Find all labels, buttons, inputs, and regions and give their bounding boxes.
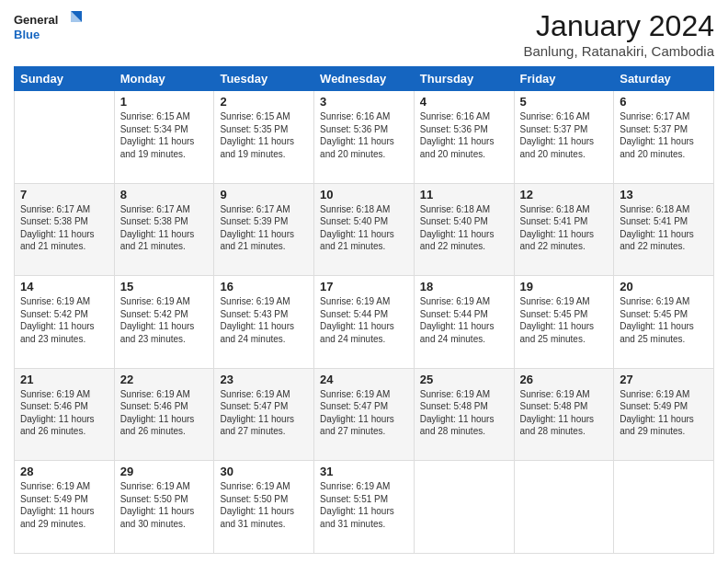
day-number: 25 (420, 373, 508, 386)
calendar-week-row: 1Sunrise: 6:15 AM Sunset: 5:34 PM Daylig… (15, 91, 714, 184)
table-row: 25Sunrise: 6:19 AM Sunset: 5:48 PM Dayli… (414, 368, 514, 461)
day-number: 23 (220, 373, 308, 386)
calendar-table: Sunday Monday Tuesday Wednesday Thursday… (14, 66, 714, 554)
header-monday: Monday (114, 67, 214, 91)
day-number: 3 (320, 95, 408, 109)
day-number: 30 (220, 465, 308, 478)
table-row: 17Sunrise: 6:19 AM Sunset: 5:44 PM Dayli… (314, 276, 415, 369)
calendar-week-row: 28Sunrise: 6:19 AM Sunset: 5:49 PM Dayli… (15, 461, 714, 554)
day-number: 10 (320, 188, 408, 201)
header-saturday: Saturday (614, 67, 714, 91)
day-info: Sunrise: 6:19 AM Sunset: 5:50 PM Dayligh… (120, 480, 209, 530)
table-row: 7Sunrise: 6:17 AM Sunset: 5:38 PM Daylig… (15, 183, 115, 276)
header-thursday: Thursday (414, 67, 514, 91)
table-row: 10Sunrise: 6:18 AM Sunset: 5:40 PM Dayli… (314, 183, 415, 276)
table-row: 11Sunrise: 6:18 AM Sunset: 5:40 PM Dayli… (414, 183, 514, 276)
day-number: 16 (220, 280, 308, 293)
table-row: 21Sunrise: 6:19 AM Sunset: 5:46 PM Dayli… (15, 368, 115, 461)
day-number: 5 (520, 95, 609, 109)
day-info: Sunrise: 6:17 AM Sunset: 5:38 PM Dayligh… (120, 203, 209, 253)
header-tuesday: Tuesday (214, 67, 314, 91)
day-info: Sunrise: 6:17 AM Sunset: 5:38 PM Dayligh… (20, 203, 108, 253)
table-row: 8Sunrise: 6:17 AM Sunset: 5:38 PM Daylig… (114, 183, 214, 276)
day-info: Sunrise: 6:19 AM Sunset: 5:48 PM Dayligh… (420, 388, 508, 438)
day-number: 21 (20, 373, 108, 386)
table-row: 20Sunrise: 6:19 AM Sunset: 5:45 PM Dayli… (614, 276, 714, 369)
table-row: 30Sunrise: 6:19 AM Sunset: 5:50 PM Dayli… (214, 461, 314, 554)
day-info: Sunrise: 6:19 AM Sunset: 5:47 PM Dayligh… (320, 388, 408, 438)
header-friday: Friday (514, 67, 614, 91)
table-row: 29Sunrise: 6:19 AM Sunset: 5:50 PM Dayli… (114, 461, 214, 554)
day-info: Sunrise: 6:19 AM Sunset: 5:50 PM Dayligh… (220, 480, 308, 530)
day-number: 12 (520, 188, 609, 201)
header: General Blue January 2024 Banlung, Ratan… (14, 9, 714, 59)
table-row (414, 461, 514, 554)
day-info: Sunrise: 6:19 AM Sunset: 5:45 PM Dayligh… (520, 295, 609, 345)
day-info: Sunrise: 6:16 AM Sunset: 5:36 PM Dayligh… (420, 110, 508, 160)
day-number: 17 (320, 280, 408, 293)
page: General Blue January 2024 Banlung, Ratan… (0, 0, 728, 563)
day-number: 20 (620, 280, 708, 293)
table-row (514, 461, 614, 554)
day-number: 4 (420, 95, 508, 109)
calendar-body: 1Sunrise: 6:15 AM Sunset: 5:34 PM Daylig… (15, 91, 714, 554)
day-info: Sunrise: 6:19 AM Sunset: 5:42 PM Dayligh… (20, 295, 108, 345)
day-info: Sunrise: 6:19 AM Sunset: 5:48 PM Dayligh… (520, 388, 609, 438)
calendar-header-row: Sunday Monday Tuesday Wednesday Thursday… (15, 67, 714, 91)
table-row: 15Sunrise: 6:19 AM Sunset: 5:42 PM Dayli… (114, 276, 214, 369)
day-number: 9 (220, 188, 308, 201)
day-number: 26 (520, 373, 609, 386)
calendar-week-row: 21Sunrise: 6:19 AM Sunset: 5:46 PM Dayli… (15, 368, 714, 461)
day-info: Sunrise: 6:19 AM Sunset: 5:46 PM Dayligh… (20, 388, 108, 438)
day-number: 1 (120, 95, 209, 109)
day-number: 11 (420, 188, 508, 201)
day-info: Sunrise: 6:19 AM Sunset: 5:44 PM Dayligh… (420, 295, 508, 345)
table-row: 24Sunrise: 6:19 AM Sunset: 5:47 PM Dayli… (314, 368, 415, 461)
table-row: 2Sunrise: 6:15 AM Sunset: 5:35 PM Daylig… (214, 91, 314, 184)
day-info: Sunrise: 6:16 AM Sunset: 5:36 PM Dayligh… (320, 110, 408, 160)
day-info: Sunrise: 6:15 AM Sunset: 5:34 PM Dayligh… (120, 110, 209, 160)
svg-text:General: General (14, 13, 58, 27)
table-row: 9Sunrise: 6:17 AM Sunset: 5:39 PM Daylig… (214, 183, 314, 276)
table-row (614, 461, 714, 554)
day-number: 29 (120, 465, 209, 478)
day-number: 13 (620, 188, 708, 201)
day-info: Sunrise: 6:19 AM Sunset: 5:49 PM Dayligh… (20, 480, 108, 530)
calendar-week-row: 7Sunrise: 6:17 AM Sunset: 5:38 PM Daylig… (15, 183, 714, 276)
day-info: Sunrise: 6:19 AM Sunset: 5:46 PM Dayligh… (120, 388, 209, 438)
table-row: 23Sunrise: 6:19 AM Sunset: 5:47 PM Dayli… (214, 368, 314, 461)
table-row: 13Sunrise: 6:18 AM Sunset: 5:41 PM Dayli… (614, 183, 714, 276)
logo-svg: General Blue (14, 9, 87, 48)
day-number: 31 (320, 465, 408, 478)
day-info: Sunrise: 6:15 AM Sunset: 5:35 PM Dayligh… (220, 110, 308, 160)
day-info: Sunrise: 6:16 AM Sunset: 5:37 PM Dayligh… (520, 110, 609, 160)
day-number: 14 (20, 280, 108, 293)
day-info: Sunrise: 6:18 AM Sunset: 5:41 PM Dayligh… (520, 203, 609, 253)
day-info: Sunrise: 6:18 AM Sunset: 5:40 PM Dayligh… (420, 203, 508, 253)
day-number: 24 (320, 373, 408, 386)
day-info: Sunrise: 6:18 AM Sunset: 5:40 PM Dayligh… (320, 203, 408, 253)
table-row: 14Sunrise: 6:19 AM Sunset: 5:42 PM Dayli… (15, 276, 115, 369)
day-number: 15 (120, 280, 209, 293)
month-title: January 2024 (523, 9, 714, 43)
table-row: 27Sunrise: 6:19 AM Sunset: 5:49 PM Dayli… (614, 368, 714, 461)
day-number: 2 (220, 95, 308, 109)
header-sunday: Sunday (15, 67, 115, 91)
table-row: 4Sunrise: 6:16 AM Sunset: 5:36 PM Daylig… (414, 91, 514, 184)
table-row: 16Sunrise: 6:19 AM Sunset: 5:43 PM Dayli… (214, 276, 314, 369)
day-number: 18 (420, 280, 508, 293)
table-row: 28Sunrise: 6:19 AM Sunset: 5:49 PM Dayli… (15, 461, 115, 554)
table-row: 26Sunrise: 6:19 AM Sunset: 5:48 PM Dayli… (514, 368, 614, 461)
table-row: 1Sunrise: 6:15 AM Sunset: 5:34 PM Daylig… (114, 91, 214, 184)
day-number: 27 (620, 373, 708, 386)
table-row: 22Sunrise: 6:19 AM Sunset: 5:46 PM Dayli… (114, 368, 214, 461)
day-number: 28 (20, 465, 108, 478)
day-number: 7 (20, 188, 108, 201)
day-info: Sunrise: 6:19 AM Sunset: 5:42 PM Dayligh… (120, 295, 209, 345)
table-row: 31Sunrise: 6:19 AM Sunset: 5:51 PM Dayli… (314, 461, 415, 554)
header-wednesday: Wednesday (314, 67, 415, 91)
table-row (15, 91, 115, 184)
table-row: 18Sunrise: 6:19 AM Sunset: 5:44 PM Dayli… (414, 276, 514, 369)
calendar-week-row: 14Sunrise: 6:19 AM Sunset: 5:42 PM Dayli… (15, 276, 714, 369)
day-info: Sunrise: 6:19 AM Sunset: 5:44 PM Dayligh… (320, 295, 408, 345)
